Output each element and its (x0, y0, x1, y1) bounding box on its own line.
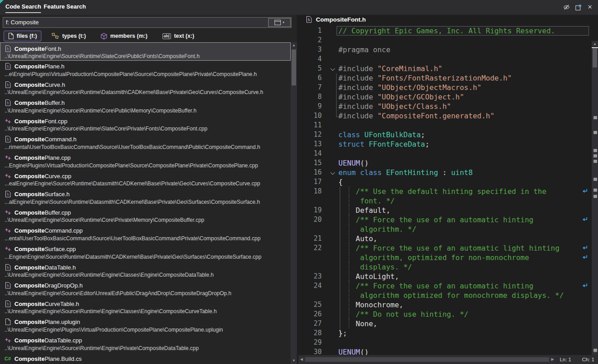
result-item[interactable]: hCompositeDragDropOp.h..\UnrealEngine\En… (0, 280, 291, 298)
fold-chevron-icon[interactable] (331, 171, 335, 175)
code-line[interactable]: algorithm, optimized for non-monochrome (298, 253, 592, 262)
result-item[interactable]: ++CompositeCurve.cpp...ealEngine\Engine\… (0, 170, 291, 189)
result-item[interactable]: hCompositeBuffer.h..\UnrealEngine\Engine… (0, 97, 291, 116)
scroll-up-icon[interactable]: ▲ (592, 41, 598, 47)
code-line[interactable]: 24/** Force the use of an automatic hint… (298, 281, 592, 291)
status-line: Ln: 1 (560, 357, 571, 362)
code-line[interactable]: 15UENUM() (298, 158, 592, 168)
code-line[interactable]: 19Default, (298, 206, 592, 215)
code-line[interactable]: 21Auto, (298, 234, 592, 243)
tab-feature-search[interactable]: Feature Search (44, 3, 86, 12)
tab-code-search[interactable]: Code Search (5, 3, 41, 13)
result-item[interactable]: hCompositePlane.h...e\Engine\Plugins\Vir… (0, 61, 291, 79)
code-token: algorithm, optimized for non-monochrome (360, 253, 529, 262)
fold-chevron-icon[interactable] (331, 67, 335, 71)
code-line[interactable]: 28}; (298, 328, 592, 338)
result-item[interactable]: ++CompositePlane.cpp...Engine\Plugins\Vi… (0, 152, 291, 171)
code-line[interactable]: font. */ (298, 196, 592, 206)
code-line[interactable]: 14 (298, 149, 592, 158)
result-path: ..\UnrealEngine\Engine\Source\Runtime\Sl… (4, 53, 288, 60)
result-path: ...Engine\Engine\Source\Runtime\Datasmit… (4, 253, 288, 261)
result-item[interactable]: hCompositeSurface.h...alEngine\Engine\So… (0, 189, 291, 207)
result-item[interactable]: hCompositeFont.h..\UnrealEngine\Engine\S… (0, 42, 291, 61)
result-title-rest: Buffer.cpp (45, 209, 71, 216)
result-item[interactable]: hCompositeCurve.h..\UnrealEngine\Engine\… (0, 79, 291, 97)
scroll-right-icon[interactable]: ▶ (549, 356, 556, 363)
code-line[interactable]: 5#include "CoreMinimal.h" (298, 64, 592, 73)
code-line[interactable]: 20/** Force the use of an automatic hint… (298, 215, 592, 225)
result-item[interactable]: hCompositeCommand.h...rimental\UserToolB… (0, 134, 291, 152)
line-number: 28 (298, 328, 322, 338)
filter-members[interactable]: members (m:) (96, 31, 152, 41)
filter-text[interactable]: ab| text (x:) (158, 31, 199, 41)
result-path: ..\UnrealEngine\Engine\Source\Runtime\En… (4, 271, 288, 279)
close-icon[interactable]: ✕ (586, 4, 594, 11)
code-area[interactable]: 1// Copyright Epic Games, Inc. All Right… (298, 26, 592, 355)
code-line[interactable]: displays. */ (298, 262, 592, 272)
code-line[interactable]: 6#include "Fonts/FontRasterizationMode.h… (298, 73, 592, 83)
filter-types[interactable]: types (t:) (47, 31, 90, 41)
layout-split-button[interactable]: ▾ (268, 18, 291, 27)
line-number: 24 (298, 281, 322, 291)
code-search-window: { "tabs": [ {"label": "Code Search", "ac… (0, 0, 598, 364)
result-title-rest: Plane.h (45, 63, 64, 70)
code-line[interactable]: 11 (298, 121, 592, 130)
code-token: : (438, 168, 451, 177)
code-line[interactable]: 8#include "UObject/GCObject.h" (298, 92, 592, 102)
result-item[interactable]: ++CompositeCommand.cpp...ental\UserToolB… (0, 225, 291, 243)
code-line[interactable]: 26/** Do not use hinting. */ (298, 310, 592, 319)
result-title-match: Composite (14, 154, 45, 161)
horizontal-scrollbar[interactable]: ◀ ▶ (298, 356, 556, 363)
code-line[interactable]: 30UENUM() (298, 347, 592, 355)
code-line[interactable]: 27None, (298, 319, 592, 328)
result-item[interactable]: hCompositeCurveTable.h..\UnrealEngine\En… (0, 298, 291, 316)
search-input[interactable]: f: Composite (3, 18, 268, 27)
code-line[interactable]: 7#include "UObject/ObjectMacros.h" (298, 83, 592, 92)
line-number (298, 253, 322, 262)
scrollbar-thumb[interactable] (593, 49, 597, 67)
result-item[interactable]: hCompositeDataTable.h..\UnrealEngine\Eng… (0, 261, 291, 280)
code-line[interactable]: 17{ (298, 177, 592, 187)
code-line[interactable]: 2 (298, 36, 592, 45)
code-line[interactable]: 29 (298, 338, 592, 347)
popout-window-icon[interactable] (575, 4, 582, 11)
result-item[interactable]: C#CompositePlane.Build.cs (0, 353, 291, 364)
result-item[interactable]: CompositePlane.uplugin..\UnrealEngine\En… (0, 316, 291, 335)
code-line[interactable]: 4 (298, 54, 592, 64)
scroll-left-icon[interactable]: ◀ (298, 356, 305, 363)
code-line[interactable]: 10#include "CompositeFont.generated.h" (298, 111, 592, 121)
code-line[interactable]: 25Monochrome, (298, 300, 592, 310)
code-line[interactable]: 13struct FFontFaceData; (298, 139, 592, 149)
scrollbar-thumb[interactable] (292, 49, 296, 85)
code-token: () (360, 159, 369, 167)
code-line[interactable]: 3#pragma once (298, 45, 592, 54)
code-line[interactable]: 18/** Use the default hinting specified … (298, 187, 592, 196)
result-title-rest: Command.cpp (45, 227, 83, 234)
result-title-rest: Font.cpp (45, 118, 67, 125)
result-item[interactable]: ++CompositeFont.cpp..\UnrealEngine\Engin… (0, 115, 291, 134)
code-line[interactable]: 1// Copyright Epic Games, Inc. All Right… (298, 26, 592, 36)
filter-files[interactable]: files (f:) (4, 31, 41, 41)
code-line[interactable]: algorithm. */ (298, 225, 592, 234)
search-box: f: Composite ▾ (3, 17, 292, 28)
line-number: 22 (298, 243, 322, 253)
code-line[interactable]: 12class UFontBulkData; (298, 130, 592, 139)
scrollbar-annotation-mark (594, 160, 597, 163)
result-item[interactable]: ++CompositeBuffer.cpp..\UnrealEngine\Eng… (0, 207, 291, 225)
scroll-up-icon[interactable]: ▲ (291, 42, 297, 49)
code-line[interactable]: 16enum class EFontHinting : uint8 (298, 168, 592, 177)
editor-scrollbar[interactable]: ▲ ▼ (592, 41, 598, 355)
document-icon (8, 33, 13, 39)
code-line[interactable]: 22/** Force the use of an automatic ligh… (298, 243, 592, 253)
scrollbar-thumb[interactable] (305, 357, 549, 362)
preview-disabled-eye-icon[interactable] (563, 4, 570, 11)
results-scrollbar[interactable]: ▲ ▼ (291, 42, 297, 364)
scrollbar-annotation-mark (594, 154, 597, 157)
scroll-down-icon[interactable]: ▼ (291, 358, 297, 364)
result-item[interactable]: ++CompositeSurface.cpp...Engine\Engine\S… (0, 243, 291, 262)
code-token: }; (338, 329, 347, 337)
result-item[interactable]: ++CompositeDataTable.cpp..\UnrealEngine\… (0, 335, 291, 353)
code-line[interactable]: 23AutoLight, (298, 272, 592, 281)
code-line[interactable]: 9#include "UObject/Class.h" (298, 102, 592, 111)
code-line[interactable]: algorithm optimized for monochrome displ… (298, 291, 592, 300)
